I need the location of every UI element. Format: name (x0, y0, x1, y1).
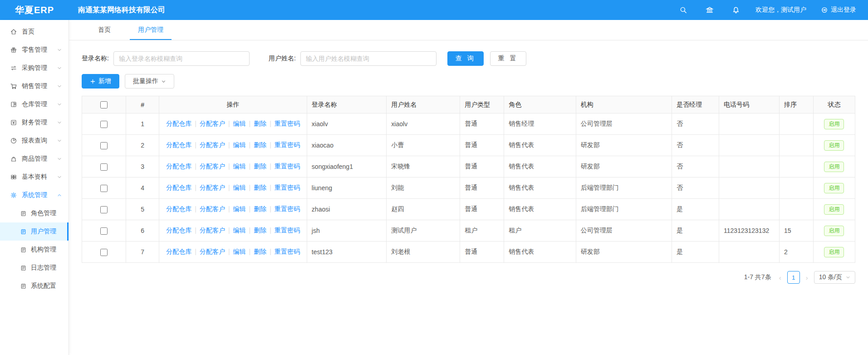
action-link[interactable]: 重置密码 (275, 120, 300, 127)
chevron-down-icon (57, 156, 62, 162)
action-link[interactable]: 重置密码 (275, 184, 300, 191)
status-badge[interactable]: 启用 (824, 247, 844, 257)
action-link[interactable]: 分配仓库 (166, 163, 191, 170)
query-button[interactable]: 查 询 (447, 51, 484, 66)
action-link[interactable]: 编辑 (233, 227, 246, 234)
sidebar-item-basic[interactable]: 基本资料 (0, 168, 69, 186)
sidebar-item-finance[interactable]: 财务管理 (0, 113, 69, 132)
action-link[interactable]: 编辑 (233, 205, 246, 212)
sidebar-item-system[interactable]: 系统管理 (0, 186, 69, 204)
chevron-down-icon (161, 79, 166, 84)
sidebar-subitem-label: 角色管理 (31, 209, 56, 217)
action-separator: | (195, 120, 196, 127)
row-checkbox[interactable] (100, 121, 108, 128)
sidebar-item-warehouse[interactable]: 仓库管理 (0, 95, 69, 113)
sidebar-item-goods[interactable]: 商品管理 (0, 150, 69, 168)
cell-user-name: 刘老根 (387, 242, 460, 263)
row-checkbox[interactable] (100, 206, 108, 213)
tab-user-management[interactable]: 用户管理 (130, 20, 172, 40)
action-link[interactable]: 分配客户 (200, 248, 225, 255)
action-link[interactable]: 删除 (254, 227, 266, 234)
row-checkbox[interactable] (100, 227, 108, 235)
action-link[interactable]: 删除 (254, 248, 266, 255)
row-checkbox[interactable] (100, 185, 108, 192)
status-badge[interactable]: 启用 (824, 119, 844, 129)
action-link[interactable]: 重置密码 (275, 248, 300, 255)
login-name-input[interactable] (113, 51, 250, 66)
add-button[interactable]: 新增 (82, 74, 119, 89)
sidebar-subitem-org[interactable]: 机构管理 (0, 241, 69, 259)
tab-home[interactable]: 首页 (90, 20, 119, 40)
action-link[interactable]: 编辑 (233, 141, 246, 148)
bell-icon[interactable] (732, 6, 740, 14)
action-link[interactable]: 编辑 (233, 163, 246, 170)
action-link[interactable]: 删除 (254, 141, 266, 148)
action-link[interactable]: 重置密码 (275, 163, 300, 170)
action-link[interactable]: 分配仓库 (166, 141, 191, 148)
action-link[interactable]: 分配客户 (200, 205, 225, 212)
status-badge[interactable]: 启用 (824, 140, 844, 151)
app-logo[interactable]: 华夏ERP (0, 4, 69, 16)
cell-sort (779, 113, 813, 135)
action-link[interactable]: 分配仓库 (166, 227, 191, 234)
action-link[interactable]: 删除 (254, 184, 266, 191)
sidebar-subitem-user[interactable]: 用户管理 (0, 222, 69, 241)
action-link[interactable]: 分配客户 (200, 163, 225, 170)
reset-button[interactable]: 重 置 (490, 51, 526, 66)
action-link[interactable]: 重置密码 (275, 141, 300, 148)
cell-sort: 2 (779, 242, 813, 263)
status-badge[interactable]: 启用 (824, 226, 844, 236)
action-link[interactable]: 分配客户 (200, 141, 225, 148)
sidebar-item-retail[interactable]: 零售管理 (0, 41, 69, 59)
action-link[interactable]: 重置密码 (275, 227, 300, 234)
next-page-button[interactable]: › (804, 274, 809, 281)
bank-icon[interactable] (706, 6, 714, 14)
action-separator: | (249, 163, 251, 170)
action-link[interactable]: 删除 (254, 163, 266, 170)
cell-index: 2 (126, 135, 159, 156)
user-name-input[interactable] (300, 51, 436, 66)
row-checkbox[interactable] (100, 249, 108, 256)
sidebar-subitem-log[interactable]: 日志管理 (0, 259, 69, 277)
sidebar-subitem-config[interactable]: 系统配置 (0, 277, 69, 295)
batch-operation-button[interactable]: 批量操作 (125, 74, 174, 89)
status-badge[interactable]: 启用 (824, 183, 844, 193)
action-link[interactable]: 删除 (254, 205, 266, 212)
doc-icon (20, 210, 27, 217)
action-link[interactable]: 分配客户 (200, 120, 225, 127)
sidebar-subitem-role[interactable]: 角色管理 (0, 204, 69, 222)
select-all-checkbox[interactable] (100, 101, 108, 108)
sidebar-item-sales[interactable]: 销售管理 (0, 77, 69, 95)
sidebar-item-home[interactable]: 首页 (0, 23, 69, 41)
action-link[interactable]: 编辑 (233, 120, 246, 127)
table-row: 7分配仓库|分配客户|编辑|删除|重置密码test123刘老根普通销售代表研发部… (82, 242, 855, 263)
cell-sort (779, 156, 813, 178)
action-separator: | (249, 248, 251, 255)
cell-user-type: 普通 (460, 242, 504, 263)
swap-icon (10, 64, 17, 72)
action-link[interactable]: 删除 (254, 120, 266, 127)
search-icon[interactable] (679, 6, 687, 14)
logout-button[interactable]: 退出登录 (821, 6, 856, 14)
action-link[interactable]: 分配仓库 (166, 205, 191, 212)
action-link[interactable]: 分配客户 (200, 227, 225, 234)
sidebar-item-purchase[interactable]: 采购管理 (0, 59, 69, 77)
welcome-user[interactable]: 欢迎您，测试用户 (755, 6, 806, 14)
action-link[interactable]: 分配仓库 (166, 248, 191, 255)
row-checkbox[interactable] (100, 163, 108, 171)
status-badge[interactable]: 启用 (824, 162, 844, 172)
action-link[interactable]: 分配仓库 (166, 184, 191, 191)
cell-org: 研发部 (576, 135, 672, 156)
action-link[interactable]: 编辑 (233, 184, 246, 191)
action-link[interactable]: 分配客户 (200, 184, 225, 191)
current-page-button[interactable]: 1 (787, 271, 800, 284)
action-link[interactable]: 编辑 (233, 248, 246, 255)
status-badge[interactable]: 启用 (824, 204, 844, 215)
page-size-select[interactable]: 10 条/页 (814, 271, 855, 284)
sidebar-item-report[interactable]: 报表查询 (0, 132, 69, 150)
column-header: 状态 (813, 96, 855, 113)
action-link[interactable]: 分配仓库 (166, 120, 191, 127)
action-link[interactable]: 重置密码 (275, 205, 300, 212)
prev-page-button[interactable]: ‹ (778, 274, 783, 281)
row-checkbox[interactable] (100, 142, 108, 149)
